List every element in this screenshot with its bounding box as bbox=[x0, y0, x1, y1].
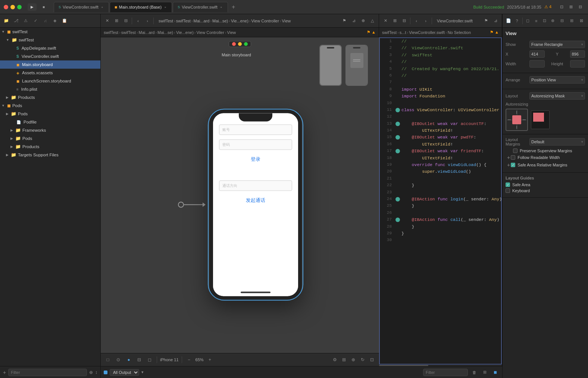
breakpoint-dot[interactable] bbox=[395, 39, 400, 44]
git-icon[interactable]: ⎇ bbox=[12, 17, 20, 25]
code-ib-btn[interactable]: ⊿ bbox=[491, 17, 500, 25]
constraint-btn[interactable]: ⊕ bbox=[359, 17, 367, 25]
add-group-button[interactable]: + bbox=[3, 369, 6, 375]
breakpoint-dot[interactable] bbox=[395, 67, 400, 71]
bc2-item[interactable]: Mai...se) bbox=[157, 30, 173, 35]
breakpoint-dot[interactable] bbox=[395, 197, 400, 202]
canvas-btn-5[interactable]: ◻ bbox=[146, 356, 154, 364]
safe-area-guide-checkbox[interactable]: ✓ bbox=[506, 182, 510, 187]
layout-btn-2[interactable]: ⊞ bbox=[567, 3, 575, 11]
breakpoint-dot[interactable] bbox=[395, 74, 400, 78]
sidebar-item-swiftest[interactable]: ▼ 📁 swifTest bbox=[0, 36, 100, 44]
bc2-item[interactable]: No Selection bbox=[448, 30, 471, 35]
preserve-checkbox[interactable] bbox=[513, 149, 517, 153]
code-prev-btn[interactable]: ‹ bbox=[412, 17, 420, 25]
canvas-btn-4[interactable]: ⊟ bbox=[135, 356, 143, 364]
code-grid-btn[interactable]: ⊟ bbox=[400, 17, 408, 25]
maximize-button[interactable] bbox=[17, 5, 22, 9]
filter-options-button[interactable]: ⊕ bbox=[89, 370, 93, 375]
plus-icon[interactable]: + bbox=[507, 162, 510, 168]
inspect-btn[interactable]: ⚑ bbox=[340, 17, 348, 25]
inspector-identity-btn[interactable]: ◻ bbox=[524, 16, 532, 25]
sidebar-item-targets[interactable]: ▶ 📁 Targets Support Files bbox=[0, 151, 100, 159]
y-value[interactable]: 896 bbox=[570, 50, 585, 58]
breakpoint-dot[interactable] bbox=[395, 135, 400, 140]
sidebar-item-products[interactable]: ▶ 📁 Products bbox=[0, 93, 100, 101]
breakpoint-dot[interactable] bbox=[395, 115, 400, 119]
call-button[interactable]: 发起通话 bbox=[219, 196, 292, 205]
inspector-quickhelp-btn[interactable]: ? bbox=[513, 16, 520, 25]
sidebar-item-products-pods[interactable]: ▶ 📁 Products bbox=[0, 143, 100, 151]
canvas-embed-btn[interactable]: ⊡ bbox=[368, 356, 376, 364]
margins-dropdown[interactable]: Default ▾ bbox=[529, 138, 585, 146]
friend-field[interactable]: 通话方向 bbox=[219, 181, 292, 191]
code-next-btn[interactable]: › bbox=[422, 17, 430, 25]
breadcrumb-item[interactable]: ViewController.swift bbox=[437, 19, 473, 23]
breadcrumb-item[interactable]: View bbox=[282, 19, 291, 23]
breakpoint-dot[interactable] bbox=[395, 156, 400, 160]
right-toggle-3[interactable]: ⊠ bbox=[577, 16, 586, 25]
account-field[interactable]: 账号 bbox=[219, 125, 292, 135]
tab-main-storyboard[interactable]: ◼ Main.storyboard (Base) × bbox=[110, 2, 172, 12]
keyboard-guide-checkbox[interactable] bbox=[506, 188, 510, 193]
tab-viewcontroller-2[interactable]: S ViewController.swift × bbox=[173, 2, 228, 12]
arrange-dropdown[interactable]: Position View ▾ bbox=[529, 76, 585, 84]
show-dropdown[interactable]: Frame Rectangle ▾ bbox=[529, 41, 585, 48]
bc2-item[interactable]: s...t bbox=[400, 30, 406, 35]
breakpoint-dot[interactable] bbox=[395, 46, 400, 50]
sidebar-item-pods-nested[interactable]: ▶ 📁 Pods bbox=[0, 134, 100, 143]
canvas-update-btn[interactable]: ↻ bbox=[359, 356, 367, 364]
canvas-add-btn[interactable]: ⊞ bbox=[112, 17, 121, 25]
canvas-btn-2[interactable]: ⊙ bbox=[114, 356, 122, 364]
close-button[interactable] bbox=[4, 5, 8, 9]
bc2-item[interactable]: View Controller bbox=[196, 30, 224, 35]
sidebar-item-pods-root[interactable]: ▼ ◼ Pods bbox=[0, 101, 100, 110]
breadcrumb-item[interactable]: Mai...se) bbox=[212, 19, 228, 23]
sidebar-item-podfile[interactable]: 📄 Podfile bbox=[0, 118, 100, 126]
bc2-item[interactable]: ViewController.swift bbox=[409, 30, 445, 35]
canvas-btn-3[interactable]: ● bbox=[125, 356, 133, 364]
bc2-item[interactable]: swifTest bbox=[382, 30, 397, 35]
breakpoint-dot[interactable] bbox=[395, 169, 400, 174]
breakpoint-dot[interactable] bbox=[395, 80, 400, 85]
code-add-btn[interactable]: ⊞ bbox=[391, 17, 399, 25]
resolve-btn[interactable]: △ bbox=[368, 17, 376, 25]
top-spring[interactable] bbox=[517, 111, 517, 114]
sidebar-item-infoplist[interactable]: ≡ Info.plist bbox=[0, 85, 100, 93]
canvas-next-btn[interactable]: › bbox=[143, 17, 151, 25]
bottom-spring[interactable] bbox=[517, 126, 517, 129]
canvas-layout-btn[interactable]: ⊞ bbox=[340, 356, 348, 364]
breakpoint-dot[interactable] bbox=[395, 101, 400, 106]
sidebar-item-pods[interactable]: ▶ 📁 Pods bbox=[0, 110, 100, 118]
sidebar-item-launchscreen[interactable]: ◼ LaunchScreen.storyboard bbox=[0, 77, 100, 85]
breakpoint-dot[interactable] bbox=[395, 53, 400, 57]
canvas-back-btn[interactable]: ✕ bbox=[103, 17, 111, 25]
stop-button[interactable]: ■ bbox=[40, 3, 48, 11]
login-button[interactable]: 登录 bbox=[219, 154, 292, 164]
inspector-attr-btn[interactable]: ≡ bbox=[532, 16, 540, 25]
right-toggle-2[interactable]: ⊞ bbox=[567, 16, 576, 25]
ib-btn[interactable]: ⊿ bbox=[350, 17, 358, 25]
breakpoint-dot[interactable] bbox=[395, 108, 400, 112]
test-icon[interactable]: ✓ bbox=[31, 17, 40, 25]
x-value[interactable]: 414 bbox=[529, 50, 545, 58]
tab-close-icon[interactable]: × bbox=[100, 5, 104, 9]
right-toggle-1[interactable]: ⊟ bbox=[557, 16, 566, 25]
minimize-button[interactable] bbox=[10, 5, 15, 9]
breadcrumb-item[interactable]: swifTest bbox=[159, 19, 173, 23]
code-inspect-btn[interactable]: ⚑ bbox=[482, 17, 490, 25]
breakpoint-dot[interactable] bbox=[395, 149, 400, 153]
password-field[interactable]: 密码 bbox=[219, 140, 292, 150]
breakpoint-dot[interactable] bbox=[395, 60, 400, 64]
canvas-prev-btn[interactable]: ‹ bbox=[134, 17, 142, 25]
sidebar-filter-input[interactable] bbox=[8, 369, 87, 376]
tab-close-icon[interactable]: × bbox=[219, 5, 223, 9]
right-spring[interactable] bbox=[523, 120, 526, 120]
tab-viewcontroller-1[interactable]: S ViewController.swift × bbox=[54, 2, 109, 12]
breakpoint-dot[interactable] bbox=[395, 142, 400, 147]
bc2-item[interactable]: View bbox=[227, 30, 236, 35]
breakpoint-dot[interactable] bbox=[395, 211, 400, 215]
report-icon[interactable]: 📋 bbox=[60, 17, 69, 25]
tab-close-icon[interactable]: × bbox=[163, 5, 167, 9]
breadcrumb-item[interactable]: Mai...ard bbox=[194, 19, 210, 23]
